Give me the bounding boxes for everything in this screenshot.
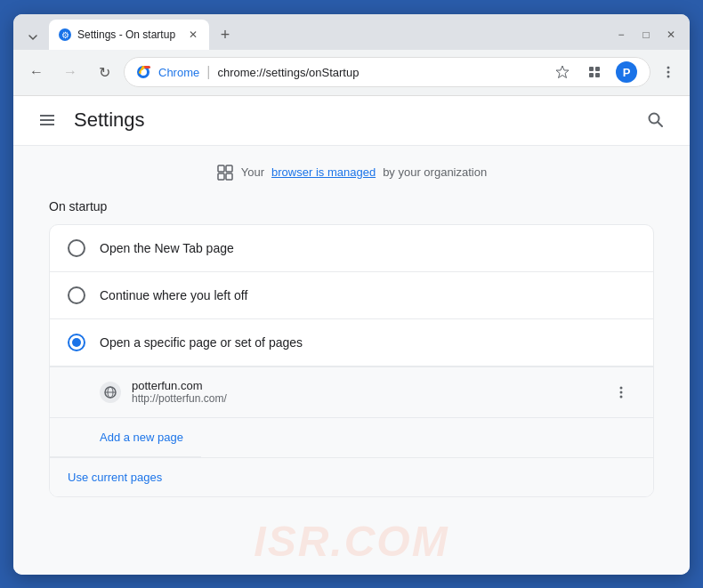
forward-button[interactable]: →	[56, 58, 85, 86]
svg-point-10	[667, 71, 670, 74]
managed-suffix: by your organization	[383, 165, 487, 179]
page-url: http://potterfun.com/	[132, 392, 596, 405]
managed-notice: Your browser is managed by your organiza…	[49, 164, 654, 181]
section-label: On startup	[49, 199, 654, 213]
svg-point-4	[141, 70, 146, 75]
refresh-button[interactable]: ↻	[90, 58, 118, 86]
svg-rect-5	[589, 67, 594, 71]
svg-point-25	[620, 391, 623, 393]
address-bar[interactable]: Chrome | chrome://settings/onStartup P	[124, 57, 650, 87]
address-separator: |	[206, 64, 210, 80]
managed-icon	[216, 164, 234, 181]
svg-point-24	[620, 386, 623, 389]
maximize-button[interactable]: □	[634, 23, 658, 46]
extensions-button[interactable]	[582, 60, 607, 85]
browser-window: ⚙ Settings - On startup ✕ + − □ ✕ ← → ↻	[13, 14, 690, 575]
address-url: chrome://settings/onStartup	[217, 66, 543, 79]
option-new-tab[interactable]: Open the New Tab page	[50, 225, 653, 272]
startup-card: Open the New Tab page Continue where you…	[49, 224, 654, 497]
svg-point-9	[667, 67, 670, 69]
svg-point-26	[620, 395, 623, 398]
svg-rect-19	[218, 173, 224, 180]
svg-point-11	[667, 76, 670, 78]
watermark: ISR.COM	[254, 517, 448, 566]
option-new-tab-label: Open the New Tab page	[100, 241, 234, 255]
tab-bar-left	[20, 25, 45, 50]
tab-title: Settings - On startup	[77, 28, 179, 41]
back-button[interactable]: ←	[22, 58, 51, 86]
profile-button[interactable]: P	[614, 60, 639, 85]
chrome-menu-button[interactable]	[656, 60, 681, 85]
minimize-button[interactable]: −	[610, 23, 633, 46]
settings-body: Your browser is managed by your organiza…	[22, 146, 681, 515]
svg-rect-8	[595, 73, 600, 77]
tab-favicon: ⚙	[58, 28, 72, 42]
settings-search-button[interactable]	[640, 104, 672, 136]
svg-rect-6	[595, 67, 600, 71]
svg-text:⚙: ⚙	[61, 30, 69, 40]
chrome-logo	[135, 64, 151, 80]
add-page-row: Add a new page	[50, 418, 653, 458]
radio-specific[interactable]	[68, 334, 85, 351]
page-favicon	[100, 382, 121, 403]
use-current-row: Use current pages	[50, 458, 653, 496]
tab-dropdown-button[interactable]	[20, 25, 45, 50]
svg-line-16	[658, 122, 662, 126]
radio-continue[interactable]	[68, 286, 85, 304]
svg-rect-18	[226, 165, 232, 172]
add-new-page-link[interactable]: Add a new page	[50, 418, 201, 457]
new-tab-button[interactable]: +	[213, 23, 238, 48]
close-button[interactable]: ✕	[659, 23, 683, 46]
settings-header: Settings	[13, 96, 690, 146]
svg-rect-20	[226, 173, 232, 180]
tab-close-button[interactable]: ✕	[184, 26, 202, 44]
settings-title: Settings	[74, 109, 640, 132]
radio-new-tab[interactable]	[68, 239, 85, 257]
active-tab[interactable]: ⚙ Settings - On startup ✕	[49, 20, 209, 50]
svg-rect-7	[589, 73, 594, 77]
page-info: potterfun.com http://potterfun.com/	[132, 379, 596, 405]
use-current-pages-link[interactable]: Use current pages	[50, 458, 180, 496]
navigation-bar: ← → ↻ Chrome | chrome://settings/onStart…	[13, 50, 690, 96]
page-content: Settings Your browser is managed by your…	[13, 96, 690, 575]
hamburger-menu-button[interactable]	[31, 104, 63, 136]
managed-prefix: Your	[241, 165, 264, 179]
specific-pages-section: potterfun.com http://potterfun.com/ Add …	[50, 366, 653, 496]
option-specific[interactable]: Open a specific page or set of pages	[50, 319, 653, 366]
option-continue-label: Continue where you left off	[100, 288, 247, 302]
svg-rect-17	[218, 165, 224, 172]
option-continue[interactable]: Continue where you left off	[50, 272, 653, 319]
chrome-label: Chrome	[158, 66, 199, 79]
managed-link[interactable]: browser is managed	[271, 165, 376, 179]
page-name: potterfun.com	[132, 379, 596, 392]
option-specific-label: Open a specific page or set of pages	[100, 335, 303, 350]
startup-page-item: potterfun.com http://potterfun.com/	[50, 367, 653, 418]
bookmark-button[interactable]	[550, 60, 575, 85]
window-controls: − □ ✕	[610, 23, 683, 46]
profile-avatar: P	[616, 61, 637, 83]
page-menu-button[interactable]	[607, 378, 635, 407]
tab-bar: ⚙ Settings - On startup ✕ + − □ ✕	[13, 14, 690, 50]
